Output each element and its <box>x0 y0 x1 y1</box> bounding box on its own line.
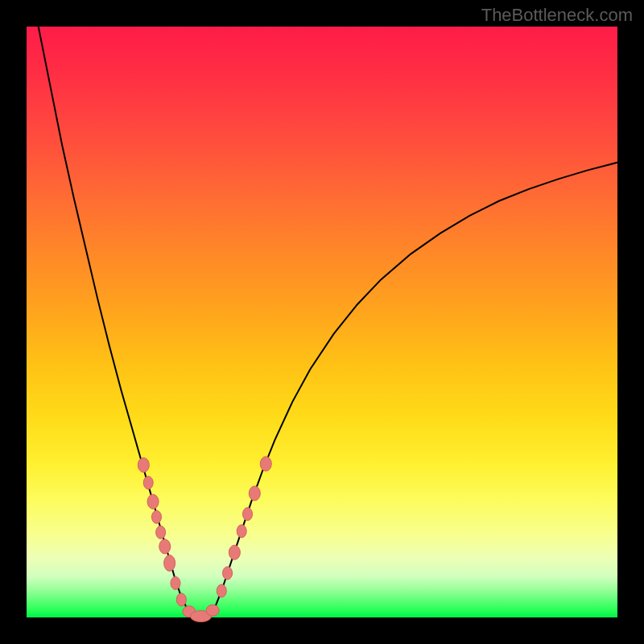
data-point <box>164 555 175 571</box>
data-point <box>237 525 246 538</box>
data-point <box>217 584 226 597</box>
data-point <box>156 526 166 539</box>
plot-svg <box>27 27 617 617</box>
marker-group <box>138 456 271 621</box>
data-point <box>249 486 260 501</box>
plot-area <box>27 27 617 617</box>
data-point <box>147 494 159 509</box>
watermark-text: TheBottleneck.com <box>481 5 633 26</box>
data-point <box>260 456 271 471</box>
data-point <box>138 458 149 473</box>
bottleneck-curve <box>39 27 617 617</box>
data-point <box>229 545 240 559</box>
data-point <box>159 539 171 554</box>
data-point <box>243 508 253 521</box>
data-point <box>206 605 219 616</box>
data-point <box>171 576 180 589</box>
data-point <box>143 477 153 489</box>
data-point <box>151 510 161 523</box>
data-point <box>176 593 186 606</box>
chart-container: TheBottleneck.com <box>0 0 644 644</box>
data-point <box>223 567 233 580</box>
